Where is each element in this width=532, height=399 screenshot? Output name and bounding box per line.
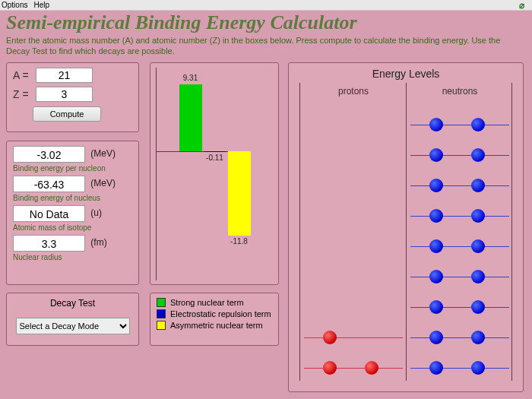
page-title: Semi-empirical Binding Energy Calculator — [6, 12, 526, 34]
proton-level-line — [304, 337, 403, 338]
legend-row-asym: Asymmetric nuclear term — [157, 321, 272, 330]
menubar: Options Help ⌀ — [0, 0, 532, 11]
neutron-dot — [471, 209, 485, 223]
neutron-dot — [429, 179, 443, 192]
be-nucleus-unit: (MeV) — [90, 178, 116, 188]
bar-label-asym: -11.8 — [224, 237, 255, 245]
atomic-mass-unit: (u) — [90, 207, 102, 218]
decay-panel: Decay Test Select a Decay Mode — [6, 293, 139, 346]
neutron-dot — [429, 148, 443, 162]
input-a[interactable] — [36, 68, 93, 83]
neutron-level-line — [410, 337, 509, 338]
be-per-nucleon-unit: (MeV) — [90, 148, 116, 159]
compute-button[interactable]: Compute — [33, 106, 101, 122]
energy-levels-grid: protons neutrons — [299, 83, 512, 381]
neutron-dot — [429, 239, 443, 253]
be-nucleus-value: -63.43 — [13, 176, 85, 192]
energy-levels-title: Energy Levels — [293, 68, 518, 80]
bar-label-electro: -0.11 — [200, 154, 230, 162]
neutron-level-line — [410, 155, 509, 156]
bar-chart: 9.31-0.11-11.8 — [156, 68, 274, 280]
inputs-panel: A = Z = Compute — [6, 62, 139, 132]
bar-strong — [179, 84, 202, 151]
page-subtitle: Enter the atomic mass number (A) and ato… — [6, 35, 526, 57]
neutron-dot — [429, 361, 443, 375]
legend-label-asym: Asymmetric nuclear term — [170, 321, 263, 330]
legend-swatch-strong — [157, 298, 166, 307]
energy-levels-panel: Energy Levels protons neutrons — [288, 62, 524, 392]
legend-row-strong: Strong nuclear term — [157, 298, 272, 307]
neutron-dot — [429, 118, 443, 131]
neutron-level-line — [410, 307, 509, 308]
neutron-dot — [429, 209, 443, 223]
input-z[interactable] — [36, 87, 93, 102]
legend-swatch-electro — [157, 309, 166, 318]
results-panel: -3.02 (MeV) Binding energy per nucleon -… — [6, 141, 139, 285]
decay-title: Decay Test — [11, 298, 134, 309]
neutron-level-line — [410, 216, 509, 217]
neutron-dot — [471, 361, 485, 375]
bar-chart-panel: 9.31-0.11-11.8 — [150, 62, 279, 285]
decay-select[interactable]: Select a Decay Mode — [16, 318, 130, 334]
be-per-nucleon-label: Binding energy per nucleon — [13, 164, 132, 173]
legend-row-electro: Electrostatic repulsion term — [157, 309, 272, 318]
legend-label-electro: Electrostatic repulsion term — [170, 309, 271, 318]
be-per-nucleon-value: -3.02 — [13, 146, 85, 163]
menu-options[interactable]: Options — [2, 1, 27, 9]
legend-panel: Strong nuclear term Electrostatic repuls… — [150, 293, 279, 346]
neutron-level-line — [410, 185, 509, 186]
neutron-dot — [429, 331, 443, 344]
neutron-dot — [471, 179, 485, 192]
neutron-dot — [471, 118, 485, 131]
proton-level-line — [304, 368, 403, 369]
proton-dot — [323, 361, 337, 375]
proton-dot — [365, 361, 378, 375]
neutron-level-line — [410, 246, 509, 247]
bar-electro — [204, 151, 226, 152]
neutron-dot — [471, 148, 485, 162]
label-z: Z = — [13, 88, 36, 100]
neutron-level-line — [410, 277, 509, 277]
neutron-dot — [471, 300, 485, 314]
radius-unit: (fm) — [90, 237, 106, 248]
label-a: A = — [13, 69, 36, 81]
header: Semi-empirical Binding Energy Calculator… — [0, 11, 532, 56]
radius-value: 3.3 — [13, 235, 85, 252]
be-nucleus-label: Binding energy of nucleus — [13, 194, 132, 202]
neutron-dot — [429, 300, 443, 314]
levels-divider — [406, 83, 407, 381]
legend-label-strong: Strong nuclear term — [170, 298, 244, 307]
protons-header: protons — [300, 86, 407, 97]
neutron-level-line — [410, 125, 509, 125]
bar-label-strong: 9.31 — [176, 74, 206, 82]
neutron-dot — [471, 239, 485, 253]
close-icon[interactable]: ⌀ — [519, 0, 524, 11]
neutrons-header: neutrons — [407, 86, 513, 97]
neutron-dot — [471, 331, 485, 344]
neutron-dot — [471, 270, 485, 283]
proton-dot — [323, 331, 337, 344]
menu-help[interactable]: Help — [33, 1, 49, 9]
neutron-dot — [429, 270, 443, 283]
radius-label: Nuclear radius — [13, 253, 132, 261]
bar-asym — [228, 151, 251, 236]
atomic-mass-label: Atomic mass of isotope — [13, 223, 132, 232]
atomic-mass-value: No Data — [13, 205, 85, 222]
neutron-level-line — [410, 368, 509, 369]
legend-swatch-asym — [157, 321, 166, 330]
